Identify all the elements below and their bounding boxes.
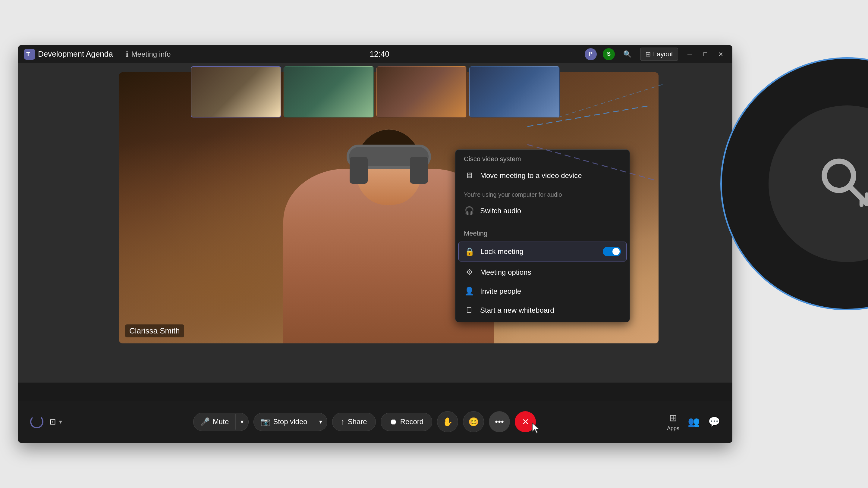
record-icon: ⏺ xyxy=(390,417,397,427)
captions-arrow: ▾ xyxy=(59,418,62,425)
invite-people-text: Invite people xyxy=(480,287,621,295)
apps-icon: ⊞ xyxy=(669,412,677,424)
captions-btn[interactable]: ⊡ ▾ xyxy=(50,417,62,427)
headphones-right xyxy=(410,157,428,184)
video-split-btn: 📷 Stop video ▾ xyxy=(253,413,327,431)
teams-logo: T Development Agenda xyxy=(24,49,113,60)
thumbnail-3[interactable] xyxy=(376,66,467,118)
key-icon xyxy=(814,151,868,217)
meeting-options-item[interactable]: ⚙ Meeting options xyxy=(456,263,629,282)
thumb3-inner xyxy=(377,67,466,117)
reactions-btn[interactable]: 😊 xyxy=(463,411,484,432)
svg-line-3 xyxy=(849,187,867,204)
thumb1-inner xyxy=(191,67,281,117)
maximize-btn[interactable]: □ xyxy=(700,49,711,60)
divider-2 xyxy=(456,222,629,222)
camera-icon: 📷 xyxy=(260,417,270,427)
thumbnail-1[interactable] xyxy=(191,66,281,118)
whiteboard-icon: 🗒 xyxy=(464,305,475,315)
whiteboard-item[interactable]: 🗒 Start a new whiteboard xyxy=(456,301,629,320)
audio-sub-label: You're using your computer for audio xyxy=(456,189,629,201)
lock-toggle[interactable] xyxy=(603,247,621,256)
record-label: Record xyxy=(400,418,424,426)
video-device-icon: 🖥 xyxy=(464,171,475,180)
lock-icon: 🔒 xyxy=(464,247,475,256)
share-btn[interactable]: ↑ Share xyxy=(332,413,376,431)
audio-icon: 🎧 xyxy=(464,206,475,216)
captions-icon: ⊡ xyxy=(50,417,56,427)
deco-circle xyxy=(720,57,868,310)
close-btn[interactable]: ✕ xyxy=(715,49,726,60)
toolbar-right: ⊞ Apps 👥 💬 xyxy=(667,412,720,432)
meeting-options-text: Meeting options xyxy=(480,268,621,276)
toolbar-left: ⊡ ▾ xyxy=(30,415,62,428)
time-display: 12:40 xyxy=(370,50,390,59)
headphones-left xyxy=(350,157,368,184)
move-meeting-item[interactable]: 🖥 Move meeting to a video device xyxy=(456,166,629,185)
app-window: T Development Agenda ℹ Meeting info 12:4… xyxy=(18,45,733,443)
chat-icon: 💬 xyxy=(708,416,720,427)
context-menu: Cisco video system 🖥 Move meeting to a v… xyxy=(455,150,630,322)
avatar-p1[interactable]: P xyxy=(585,48,597,60)
share-icon: ↑ xyxy=(341,417,345,427)
search-btn[interactable]: 🔍 xyxy=(621,47,634,61)
mic-icon: 🎤 xyxy=(200,417,210,427)
minimize-btn[interactable]: ─ xyxy=(684,49,695,60)
mute-label: Mute xyxy=(213,418,229,426)
title-bar: T Development Agenda ℹ Meeting info 12:4… xyxy=(18,45,733,63)
share-label: Share xyxy=(348,418,367,426)
chat-btn[interactable]: 💬 xyxy=(708,416,720,427)
info-icon: ℹ xyxy=(126,50,128,59)
apps-btn[interactable]: ⊞ Apps xyxy=(667,412,679,432)
thumb4-inner xyxy=(470,67,559,117)
video-area: Clarissa Smith Cisco video system 🖥 Move… xyxy=(18,63,733,383)
mute-main-btn[interactable]: 🎤 Mute xyxy=(193,413,236,431)
mute-arrow-btn[interactable]: ▾ xyxy=(236,414,248,429)
lock-meeting-item[interactable]: 🔒 Lock meeting xyxy=(458,241,627,261)
toolbar-center: 🎤 Mute ▾ 📷 Stop video ▾ ↑ Share ⏺ xyxy=(193,411,536,432)
svg-text:T: T xyxy=(26,51,30,58)
thumbnail-strip xyxy=(188,63,563,121)
menu-bottom-spacer xyxy=(456,320,629,322)
speaker-name: Clarissa Smith xyxy=(125,324,184,337)
deco-circle-inner xyxy=(769,105,868,262)
title-bar-left: T Development Agenda ℹ Meeting info xyxy=(24,48,174,60)
meeting-info-btn[interactable]: ℹ Meeting info xyxy=(122,48,175,60)
more-options-btn[interactable]: ••• xyxy=(489,411,510,432)
switch-audio-item[interactable]: 🎧 Switch audio xyxy=(456,201,629,220)
title-bar-right: P S 🔍 ⊞ Layout ─ □ ✕ xyxy=(585,47,726,61)
cisco-section-label: Cisco video system xyxy=(456,150,629,166)
end-call-btn[interactable]: ✕ xyxy=(515,411,536,432)
lock-meeting-text: Lock meeting xyxy=(480,247,597,256)
meeting-section-label: Meeting xyxy=(456,224,629,240)
invite-people-item[interactable]: 👤 Invite people xyxy=(456,282,629,301)
avatar-p2[interactable]: S xyxy=(603,48,615,60)
people-icon: 👤 xyxy=(464,287,475,296)
teams-icon: T xyxy=(24,49,35,60)
stop-video-label: Stop video xyxy=(273,418,307,426)
video-main-btn[interactable]: 📷 Stop video xyxy=(254,413,314,431)
window-title: Development Agenda xyxy=(38,50,113,59)
move-meeting-text: Move meeting to a video device xyxy=(480,171,621,180)
participants-icon: 👥 xyxy=(688,416,700,427)
participants-btn[interactable]: 👥 xyxy=(688,416,700,427)
teams-spinner xyxy=(30,415,43,428)
video-arrow-btn[interactable]: ▾ xyxy=(314,414,327,429)
layout-label: Layout xyxy=(653,50,673,58)
record-btn[interactable]: ⏺ Record xyxy=(381,413,432,431)
thumb2-inner xyxy=(284,67,373,117)
thumbnail-4[interactable] xyxy=(469,66,560,118)
whiteboard-text: Start a new whiteboard xyxy=(480,306,621,315)
end-call-icon: ✕ xyxy=(522,417,529,427)
settings-icon: ⚙ xyxy=(464,267,475,277)
window-controls: ─ □ ✕ xyxy=(684,49,726,60)
bottom-toolbar: ⊡ ▾ 🎤 Mute ▾ 📷 Stop video ▾ xyxy=(18,401,733,443)
layout-btn[interactable]: ⊞ Layout xyxy=(640,47,678,61)
switch-audio-text: Switch audio xyxy=(480,207,621,215)
meeting-info-label: Meeting info xyxy=(131,50,171,59)
more-dots-icon: ••• xyxy=(495,417,504,427)
thumbnail-2[interactable] xyxy=(284,66,374,118)
apps-label: Apps xyxy=(667,425,679,432)
raise-hand-btn[interactable]: ✋ xyxy=(437,411,458,432)
layout-icon: ⊞ xyxy=(645,50,651,58)
